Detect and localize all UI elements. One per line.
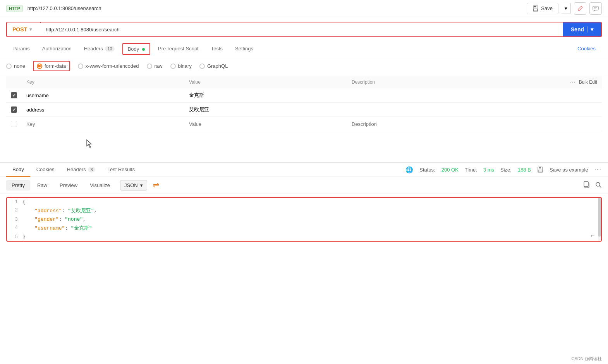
col-check-header	[6, 76, 22, 88]
radio-form-data-label: form-data	[45, 63, 66, 69]
row1-desc-input[interactable]	[352, 93, 551, 98]
response-tab-body[interactable]: Body	[6, 163, 30, 177]
save-chevron-button[interactable]: ▾	[562, 3, 571, 14]
svg-rect-10	[584, 182, 588, 187]
url-bar-container: POST ▾ Send ▾	[0, 17, 608, 42]
row2-key-cell[interactable]	[22, 103, 184, 117]
radio-form-data-dot	[38, 65, 41, 67]
code-line-4: 4 "username": "金克斯"	[7, 223, 601, 233]
radio-none[interactable]: none	[6, 63, 25, 69]
response-tab-body-label: Body	[12, 167, 24, 172]
radio-graphql-label: GraphQL	[207, 63, 228, 69]
tab-settings[interactable]: Settings	[229, 42, 259, 56]
row1-desc-cell[interactable]	[347, 88, 555, 103]
col-actions-header: ··· Bulk Edit	[555, 76, 602, 88]
save-example-icon	[537, 167, 543, 173]
row3-desc-cell[interactable]	[347, 117, 555, 131]
row1-key-input[interactable]	[26, 93, 180, 98]
svg-rect-8	[538, 170, 542, 172]
row2-value-cell[interactable]	[184, 103, 347, 117]
radio-form-data[interactable]: form-data	[33, 61, 70, 71]
row3-desc-input[interactable]	[352, 121, 551, 127]
edit-icon	[577, 5, 583, 12]
row3-actions-cell	[555, 117, 602, 131]
view-tab-preview-label: Preview	[60, 182, 77, 188]
row1-value-cell[interactable]	[184, 88, 347, 103]
row2-value-input[interactable]	[189, 107, 342, 113]
save-button[interactable]: Save	[527, 3, 558, 14]
response-tab-headers[interactable]: Headers 3	[61, 163, 101, 177]
radio-form-data-circle	[37, 64, 42, 69]
tab-params[interactable]: Params	[6, 42, 36, 56]
wrap-icon[interactable]: ⇌	[153, 181, 159, 190]
resize-handle[interactable]: ⌐	[591, 232, 595, 239]
row1-value-input[interactable]	[189, 93, 342, 98]
view-tab-pretty-label: Pretty	[12, 182, 25, 188]
format-chevron-icon: ▾	[140, 182, 143, 188]
line-num-1: 1	[7, 199, 22, 205]
row3-check-cell	[6, 117, 22, 131]
response-more-button[interactable]: ···	[594, 166, 602, 173]
copy-icon[interactable]	[583, 181, 590, 189]
table-row	[6, 117, 602, 131]
more-dots-icon[interactable]: ···	[570, 79, 576, 85]
size-label: Size:	[500, 167, 512, 173]
view-tab-raw[interactable]: Raw	[32, 180, 53, 191]
svg-rect-1	[534, 6, 536, 7]
row2-desc-cell[interactable]	[347, 103, 555, 117]
send-button[interactable]: Send ▾	[563, 22, 601, 36]
tab-pre-request[interactable]: Pre-request Script	[152, 42, 205, 56]
format-label: JSON	[124, 182, 138, 188]
view-tab-pretty[interactable]: Pretty	[6, 180, 30, 191]
row1-checkbox[interactable]: ✓	[11, 92, 17, 98]
tab-tests[interactable]: Tests	[205, 42, 229, 56]
view-tabs-row: Pretty Raw Preview Visualize JSON ▾ ⇌	[0, 177, 608, 194]
bulk-edit-button[interactable]: Bulk Edit	[579, 79, 597, 85]
format-select[interactable]: JSON ▾	[120, 180, 147, 191]
top-bar: HTTP http://127.0.0.1:8080/user/search S…	[0, 0, 608, 17]
code-line-5: 5 }	[7, 233, 601, 241]
row3-value-input[interactable]	[189, 121, 342, 127]
code-line-1: 1 {	[7, 198, 601, 206]
save-example-button[interactable]: Save as example	[550, 167, 588, 173]
request-tabs: Params Authorization Headers 10 Body Pre…	[0, 42, 608, 56]
empty-area	[0, 131, 608, 162]
edit-button[interactable]	[574, 2, 586, 15]
headers-badge: 10	[105, 46, 114, 52]
tab-headers[interactable]: Headers 10	[78, 42, 121, 56]
tab-cookies[interactable]: Cookies	[571, 42, 602, 56]
row3-value-cell[interactable]	[184, 117, 347, 131]
radio-urlencoded[interactable]: x-www-form-urlencoded	[78, 63, 139, 69]
row2-key-input[interactable]	[26, 107, 180, 113]
view-tab-preview[interactable]: Preview	[54, 180, 83, 191]
method-select[interactable]: POST ▾	[6, 22, 41, 37]
radio-binary[interactable]: binary	[170, 63, 192, 69]
scrollbar-thumb[interactable]	[598, 198, 601, 237]
status-value: 200 OK	[441, 167, 459, 173]
table-row: ✓	[6, 88, 602, 103]
method-chevron-icon: ▾	[29, 27, 32, 32]
scrollbar-track[interactable]	[598, 198, 601, 241]
search-icon[interactable]	[595, 181, 602, 189]
row2-desc-input[interactable]	[352, 107, 551, 113]
row3-key-input[interactable]	[26, 121, 180, 127]
row3-key-cell[interactable]	[22, 117, 184, 131]
comment-button[interactable]	[589, 2, 602, 15]
row2-actions-cell	[555, 103, 602, 117]
table-row: ✓	[6, 103, 602, 117]
url-input[interactable]	[40, 23, 563, 36]
top-bar-url: http://127.0.0.1:8080/user/search	[27, 5, 522, 11]
radio-raw[interactable]: raw	[147, 63, 163, 69]
response-tab-test-results[interactable]: Test Results	[101, 163, 141, 177]
radio-graphql[interactable]: GraphQL	[199, 63, 228, 69]
row1-key-cell[interactable]	[22, 88, 184, 103]
time-label: Time:	[465, 167, 477, 173]
tab-body[interactable]: Body	[122, 43, 150, 55]
row2-checkbox[interactable]: ✓	[11, 106, 17, 113]
col-desc-header: Description	[347, 76, 555, 88]
row3-checkbox[interactable]	[11, 121, 17, 127]
size-value: 188 B	[518, 167, 531, 173]
response-tab-cookies[interactable]: Cookies	[30, 163, 61, 177]
view-tab-visualize[interactable]: Visualize	[84, 180, 115, 191]
tab-authorization[interactable]: Authorization	[36, 42, 78, 56]
